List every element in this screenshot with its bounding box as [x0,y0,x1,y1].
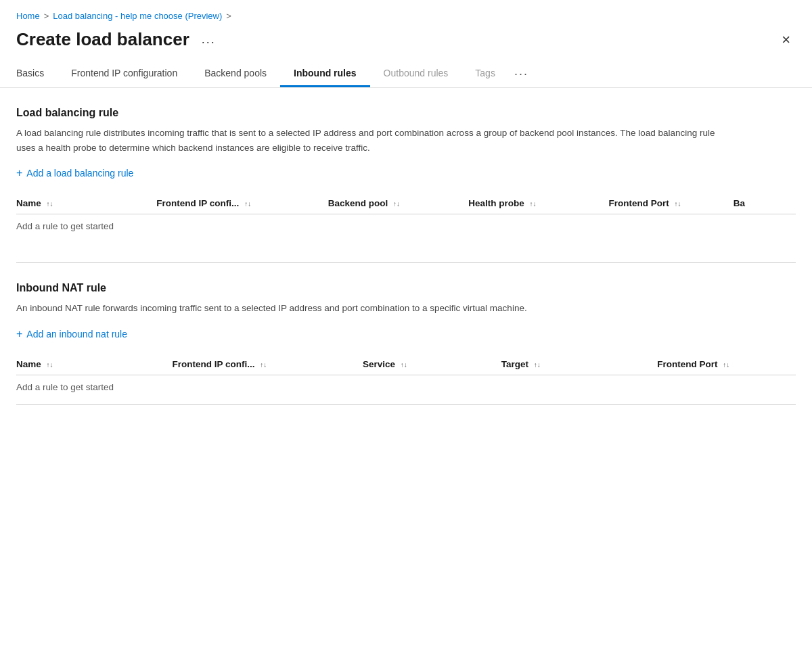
load-balancing-rule-table: Name ↑↓ Frontend IP confi... ↑↓ Backend … [16,193,796,238]
col-header-ba-label: Ba [734,198,745,208]
add-load-balancing-rule-button[interactable]: + Add a load balancing rule [16,167,133,179]
nat-col-header-name-label: Name [16,359,41,369]
nat-col-header-frontend-label: Frontend IP confi... [172,359,254,369]
inbound-nat-rule-section: Inbound NAT rule An inbound NAT rule for… [16,282,796,405]
nat-col-name-sort-icon[interactable]: ↑↓ [47,361,53,369]
page-title: Create load balancer [16,29,189,50]
col-header-health[interactable]: Health probe ↑↓ [468,193,608,214]
title-row: Create load balancer ... × [16,29,796,50]
col-health-sort-icon[interactable]: ↑↓ [529,200,536,208]
header: Home > Load balancing - help me choose (… [0,0,812,88]
nat-col-header-frontport-label: Frontend Port [657,359,717,369]
tabs-nav: Basics Frontend IP configuration Backend… [16,61,796,87]
load-balancing-rule-empty-row: Add a rule to get started [16,214,796,239]
load-balancing-rule-section: Load balancing rule A load balancing rul… [16,107,796,238]
add-inbound-nat-rule-button[interactable]: + Add an inbound nat rule [16,328,127,340]
tab-backend-pools[interactable]: Backend pools [191,61,280,87]
col-header-frontport-label: Frontend Port [609,198,669,208]
inbound-nat-rule-table: Name ↑↓ Frontend IP confi... ↑↓ Service … [16,354,796,399]
inbound-nat-rule-table-header: Name ↑↓ Frontend IP confi... ↑↓ Service … [16,354,796,375]
load-balancing-rule-title: Load balancing rule [16,107,796,119]
load-balancing-rule-description: A load balancing rule distributes incomi… [16,126,727,155]
col-header-backend-label: Backend pool [328,198,388,208]
col-header-frontport[interactable]: Frontend Port ↑↓ [609,193,734,214]
section-divider [16,262,796,263]
inbound-nat-rule-empty-message: Add a rule to get started [16,375,796,399]
tab-inbound-rules[interactable]: Inbound rules [280,61,370,87]
nat-col-frontend-sort-icon[interactable]: ↑↓ [260,361,267,369]
inbound-nat-rule-title: Inbound NAT rule [16,282,796,294]
add-inbound-nat-rule-label: Add an inbound nat rule [26,329,127,339]
title-row-left: Create load balancer ... [16,29,220,50]
nat-col-header-target-label: Target [501,359,528,369]
col-header-backend[interactable]: Backend pool ↑↓ [328,193,468,214]
nat-col-header-name[interactable]: Name ↑↓ [16,354,172,375]
nat-col-header-target[interactable]: Target ↑↓ [501,354,657,375]
col-header-name-label: Name [16,198,41,208]
col-header-name[interactable]: Name ↑↓ [16,193,156,214]
nat-col-header-frontport[interactable]: Frontend Port ↑↓ [657,354,796,375]
nat-section-bottom-divider [16,404,796,405]
add-load-balancing-rule-label: Add a load balancing rule [26,168,133,179]
tabs-more-button[interactable]: ··· [509,62,534,87]
nat-col-header-service-label: Service [363,359,395,369]
col-name-sort-icon[interactable]: ↑↓ [47,200,53,208]
tab-frontend-ip[interactable]: Frontend IP configuration [58,61,191,87]
col-frontport-sort-icon[interactable]: ↑↓ [675,200,681,208]
nat-col-target-sort-icon[interactable]: ↑↓ [534,361,541,369]
col-frontend-sort-icon[interactable]: ↑↓ [244,200,251,208]
col-header-ba: Ba [734,193,796,214]
load-balancing-rule-table-header: Name ↑↓ Frontend IP confi... ↑↓ Backend … [16,193,796,214]
tab-tags[interactable]: Tags [461,61,509,87]
nat-col-header-frontend[interactable]: Frontend IP confi... ↑↓ [172,354,363,375]
breadcrumb-separator-2: > [226,11,231,21]
nat-col-service-sort-icon[interactable]: ↑↓ [401,361,407,369]
plus-icon: + [16,167,22,179]
title-ellipsis-button[interactable]: ... [198,31,220,48]
plus-icon-2: + [16,328,22,340]
tab-basics[interactable]: Basics [16,61,58,87]
breadcrumb-home[interactable]: Home [16,11,40,21]
main-content: Load balancing rule A load balancing rul… [0,88,812,448]
col-backend-sort-icon[interactable]: ↑↓ [393,200,400,208]
col-header-frontend[interactable]: Frontend IP confi... ↑↓ [156,193,328,214]
nat-col-header-service[interactable]: Service ↑↓ [363,354,501,375]
tab-outbound-rules[interactable]: Outbound rules [370,61,462,87]
breadcrumb-link[interactable]: Load balancing - help me choose (Preview… [53,11,222,21]
breadcrumb-separator-1: > [44,11,49,21]
inbound-nat-rule-empty-row: Add a rule to get started [16,375,796,399]
nat-col-frontport-sort-icon[interactable]: ↑↓ [723,361,729,369]
breadcrumb: Home > Load balancing - help me choose (… [16,11,796,21]
inbound-nat-rule-description: An inbound NAT rule forwards incoming tr… [16,301,727,316]
col-header-frontend-label: Frontend IP confi... [156,198,239,208]
close-button[interactable]: × [776,30,796,50]
load-balancing-rule-empty-message: Add a rule to get started [16,214,796,239]
col-header-health-label: Health probe [468,198,524,208]
